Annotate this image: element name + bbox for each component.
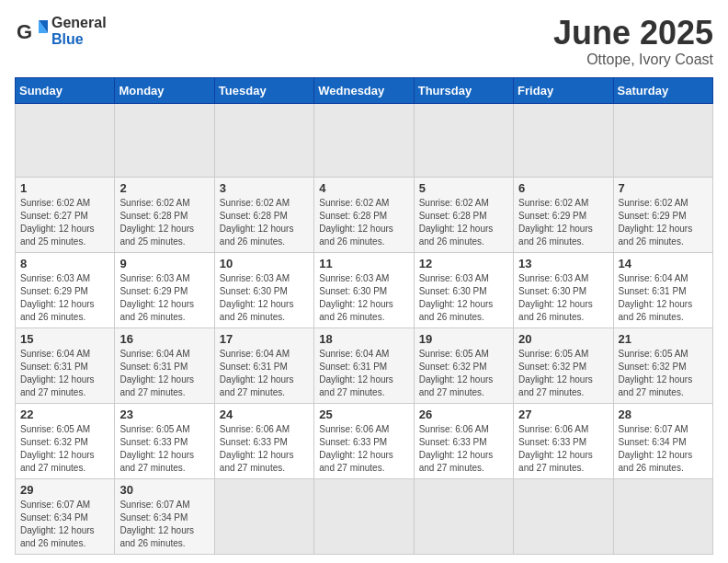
calendar-cell: 14Sunrise: 6:04 AMSunset: 6:31 PMDayligh… [613,252,712,327]
day-of-week-header: Monday [115,77,214,103]
day-info: Sunrise: 6:03 AMSunset: 6:30 PMDaylight:… [220,272,309,324]
day-number: 19 [419,332,508,346]
day-info: Sunrise: 6:02 AMSunset: 6:27 PMDaylight:… [20,197,109,248]
day-number: 26 [419,408,508,421]
calendar-cell: 4Sunrise: 6:02 AMSunset: 6:28 PMDaylight… [314,177,414,252]
calendar-cell: 10Sunrise: 6:03 AMSunset: 6:30 PMDayligh… [214,252,313,327]
day-info: Sunrise: 6:02 AMSunset: 6:28 PMDaylight:… [119,197,209,248]
day-number: 6 [518,181,608,195]
day-of-week-header: Sunday [16,77,115,103]
day-number: 28 [619,408,708,421]
calendar-cell [514,103,613,177]
calendar-cell: 25Sunrise: 6:06 AMSunset: 6:33 PMDayligh… [314,403,414,478]
day-number: 18 [319,332,408,346]
calendar-cell: 17Sunrise: 6:04 AMSunset: 6:31 PMDayligh… [214,327,313,403]
day-number: 3 [220,181,309,195]
day-info: Sunrise: 6:03 AMSunset: 6:30 PMDaylight:… [518,272,608,324]
day-number: 5 [419,181,508,195]
calendar-cell: 13Sunrise: 6:03 AMSunset: 6:30 PMDayligh… [514,252,613,327]
calendar-week-row: 1Sunrise: 6:02 AMSunset: 6:27 PMDaylight… [16,177,713,252]
calendar-cell: 30Sunrise: 6:07 AMSunset: 6:34 PMDayligh… [115,478,214,554]
day-number: 17 [220,332,309,346]
day-info: Sunrise: 6:05 AMSunset: 6:32 PMDaylight:… [419,348,508,399]
calendar-title: June 2025 [553,15,713,52]
day-info: Sunrise: 6:03 AMSunset: 6:30 PMDaylight:… [319,272,408,324]
calendar-cell: 12Sunrise: 6:03 AMSunset: 6:30 PMDayligh… [414,252,513,327]
day-number: 4 [319,181,408,195]
day-info: Sunrise: 6:06 AMSunset: 6:33 PMDaylight:… [419,423,508,475]
day-info: Sunrise: 6:02 AMSunset: 6:28 PMDaylight:… [220,197,309,248]
calendar-cell: 26Sunrise: 6:06 AMSunset: 6:33 PMDayligh… [414,403,513,478]
calendar-week-row: 22Sunrise: 6:05 AMSunset: 6:32 PMDayligh… [16,403,713,478]
day-info: Sunrise: 6:06 AMSunset: 6:33 PMDaylight:… [220,423,309,475]
svg-text:G: G [17,20,32,43]
calendar-cell: 27Sunrise: 6:06 AMSunset: 6:33 PMDayligh… [514,403,613,478]
calendar-cell [314,103,414,177]
day-info: Sunrise: 6:04 AMSunset: 6:31 PMDaylight:… [220,348,309,399]
calendar-cell: 11Sunrise: 6:03 AMSunset: 6:30 PMDayligh… [314,252,414,327]
calendar-cell: 9Sunrise: 6:03 AMSunset: 6:29 PMDaylight… [115,252,214,327]
day-info: Sunrise: 6:04 AMSunset: 6:31 PMDaylight:… [319,348,408,399]
calendar-cell [414,103,513,177]
day-of-week-header: Tuesday [214,77,313,103]
day-of-week-header: Thursday [414,77,513,103]
day-number: 27 [518,408,608,421]
calendar-cell: 23Sunrise: 6:05 AMSunset: 6:33 PMDayligh… [115,403,214,478]
day-number: 29 [20,483,109,497]
day-info: Sunrise: 6:07 AMSunset: 6:34 PMDaylight:… [20,499,109,550]
calendar-cell: 15Sunrise: 6:04 AMSunset: 6:31 PMDayligh… [16,327,115,403]
day-info: Sunrise: 6:06 AMSunset: 6:33 PMDaylight:… [319,423,408,475]
day-number: 20 [518,332,608,346]
calendar-week-row: 29Sunrise: 6:07 AMSunset: 6:34 PMDayligh… [16,478,713,554]
day-info: Sunrise: 6:07 AMSunset: 6:34 PMDaylight:… [619,423,708,475]
calendar-cell [414,478,513,554]
day-number: 11 [319,257,408,270]
title-area: June 2025 Ottope, Ivory Coast [553,15,713,68]
calendar-cell [16,103,115,177]
calendar-week-row: 8Sunrise: 6:03 AMSunset: 6:29 PMDaylight… [16,252,713,327]
calendar-cell: 21Sunrise: 6:05 AMSunset: 6:32 PMDayligh… [613,327,712,403]
day-number: 8 [20,257,109,270]
calendar-header-row: SundayMondayTuesdayWednesdayThursdayFrid… [16,77,713,103]
calendar-week-row [16,103,713,177]
calendar-cell [214,478,313,554]
calendar-cell [115,103,214,177]
calendar-cell [613,478,712,554]
calendar-cell: 24Sunrise: 6:06 AMSunset: 6:33 PMDayligh… [214,403,313,478]
day-info: Sunrise: 6:03 AMSunset: 6:30 PMDaylight:… [419,272,508,324]
day-info: Sunrise: 6:05 AMSunset: 6:32 PMDaylight:… [619,348,708,399]
day-number: 15 [20,332,109,346]
day-number: 23 [119,408,209,421]
logo-general-text: General [51,15,107,30]
calendar-cell [314,478,414,554]
day-of-week-header: Wednesday [314,77,414,103]
day-number: 24 [220,408,309,421]
day-number: 9 [119,257,209,270]
day-number: 25 [319,408,408,421]
day-number: 21 [619,332,708,346]
calendar-cell: 5Sunrise: 6:02 AMSunset: 6:28 PMDaylight… [414,177,513,252]
calendar-cell: 3Sunrise: 6:02 AMSunset: 6:28 PMDaylight… [214,177,313,252]
day-number: 2 [119,181,209,195]
day-info: Sunrise: 6:02 AMSunset: 6:28 PMDaylight:… [419,197,508,248]
calendar-cell: 8Sunrise: 6:03 AMSunset: 6:29 PMDaylight… [16,252,115,327]
day-number: 30 [119,483,209,497]
day-of-week-header: Saturday [613,77,712,103]
day-info: Sunrise: 6:02 AMSunset: 6:28 PMDaylight:… [319,197,408,248]
day-info: Sunrise: 6:04 AMSunset: 6:31 PMDaylight:… [119,348,209,399]
logo-icon: G [15,15,48,48]
calendar-cell: 19Sunrise: 6:05 AMSunset: 6:32 PMDayligh… [414,327,513,403]
calendar-table: SundayMondayTuesdayWednesdayThursdayFrid… [15,77,713,555]
logo: G General Blue [15,15,107,48]
page-header: G General Blue June 2025 Ottope, Ivory C… [15,15,713,68]
day-number: 10 [220,257,309,270]
day-number: 12 [419,257,508,270]
day-info: Sunrise: 6:06 AMSunset: 6:33 PMDaylight:… [518,423,608,475]
calendar-cell: 16Sunrise: 6:04 AMSunset: 6:31 PMDayligh… [115,327,214,403]
day-number: 14 [619,257,708,270]
calendar-cell [214,103,313,177]
day-info: Sunrise: 6:05 AMSunset: 6:32 PMDaylight:… [518,348,608,399]
day-info: Sunrise: 6:05 AMSunset: 6:33 PMDaylight:… [119,423,209,475]
calendar-cell: 7Sunrise: 6:02 AMSunset: 6:29 PMDaylight… [613,177,712,252]
day-info: Sunrise: 6:02 AMSunset: 6:29 PMDaylight:… [619,197,708,248]
